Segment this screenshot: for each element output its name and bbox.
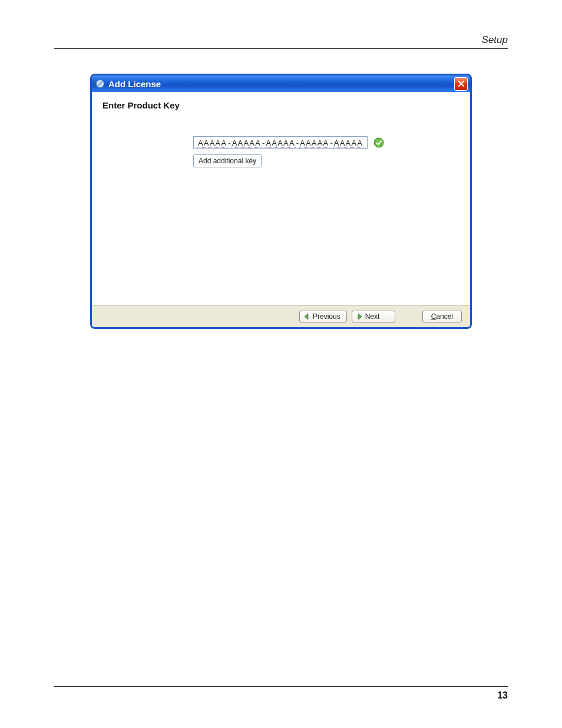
next-label: Next bbox=[365, 312, 380, 321]
add-license-dialog: Add License Enter Product Key AAAAA-AAAA… bbox=[90, 74, 472, 329]
close-button[interactable] bbox=[454, 77, 468, 91]
page-header: Setup bbox=[54, 34, 508, 49]
key-group-3: AAAAA bbox=[265, 139, 295, 148]
dialog-title: Add License bbox=[108, 79, 454, 89]
cancel-button[interactable]: Cancel bbox=[422, 311, 462, 322]
page-footer: 13 bbox=[54, 686, 508, 701]
key-group-5: AAAAA bbox=[333, 139, 363, 148]
dialog-content: Enter Product Key AAAAA-AAAAA-AAAAA-AAAA… bbox=[92, 92, 470, 305]
document-page: Setup Add License Enter Product Key AAAA… bbox=[0, 0, 562, 728]
cancel-label: Cancel bbox=[431, 312, 453, 321]
close-icon bbox=[458, 80, 465, 87]
app-icon bbox=[95, 79, 105, 88]
dialog-titlebar[interactable]: Add License bbox=[92, 75, 470, 92]
add-additional-key-button[interactable]: Add additional key bbox=[193, 154, 262, 167]
previous-label: Previous bbox=[313, 312, 340, 321]
svg-point-2 bbox=[374, 138, 384, 147]
page-header-label: Setup bbox=[482, 34, 508, 45]
previous-button[interactable]: Previous bbox=[299, 311, 347, 322]
dialog-subtitle: Enter Product Key bbox=[103, 100, 459, 110]
block-icon bbox=[95, 79, 105, 88]
product-key-input[interactable]: AAAAA-AAAAA-AAAAA-AAAAA-AAAAA bbox=[193, 136, 368, 149]
key-group-2: AAAAA bbox=[232, 139, 262, 148]
arrow-right-icon bbox=[356, 313, 363, 320]
check-circle-icon bbox=[373, 137, 384, 148]
product-key-row: AAAAA-AAAAA-AAAAA-AAAAA-AAAAA bbox=[103, 136, 459, 149]
key-group-4: AAAAA bbox=[299, 139, 329, 148]
next-button[interactable]: Next bbox=[352, 311, 395, 322]
dialog-buttonbar: Previous Next Cancel bbox=[92, 305, 470, 327]
key-group-1: AAAAA bbox=[197, 139, 227, 148]
page-number: 13 bbox=[497, 690, 508, 700]
key-valid-icon bbox=[373, 137, 384, 148]
arrow-left-icon bbox=[303, 313, 310, 320]
